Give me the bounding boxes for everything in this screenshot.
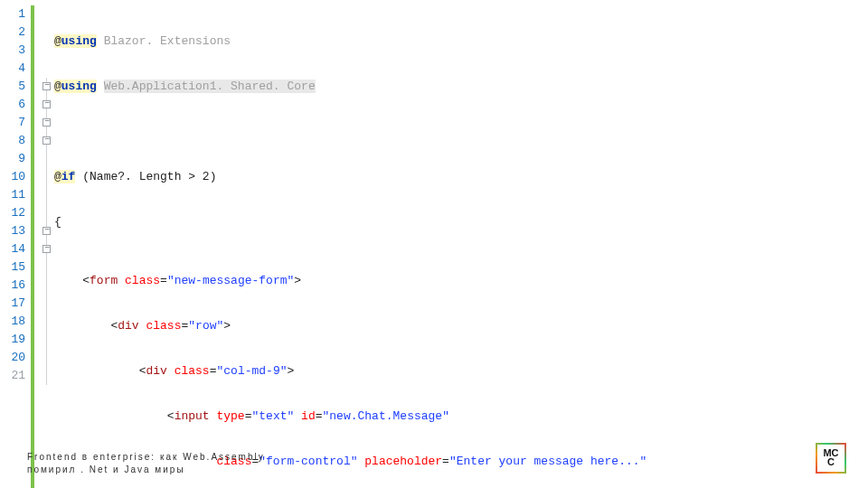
fold-toggle-icon[interactable] — [42, 227, 51, 235]
line-number: 9 — [5, 150, 29, 168]
logo-text-bottom: C — [827, 458, 835, 467]
fold-toggle-icon[interactable] — [42, 100, 51, 108]
slide-footer: Frontend в enterprise: как Web.Assembly … — [27, 451, 265, 475]
line-number: 20 — [5, 349, 29, 367]
line-number: 13 — [5, 222, 29, 240]
line-number: 21 — [5, 367, 29, 385]
line-number: 6 — [5, 96, 29, 114]
line-number: 3 — [5, 42, 29, 60]
line-number: 11 — [5, 186, 29, 204]
line-number: 17 — [5, 295, 29, 313]
line-number: 5 — [5, 78, 29, 96]
fold-gutter — [40, 5, 54, 488]
footer-line: помирил . Net и Java миры — [27, 464, 265, 476]
fold-toggle-icon[interactable] — [42, 118, 51, 127]
code-line: { — [54, 213, 868, 231]
vcs-change-bar — [31, 5, 34, 488]
line-number: 1 — [5, 5, 29, 23]
line-number: 12 — [5, 204, 29, 222]
line-number: 18 — [5, 313, 29, 331]
fold-toggle-icon[interactable] — [42, 82, 51, 90]
line-number: 10 — [5, 168, 29, 186]
code-line: @using Blazor. Extensions — [54, 33, 868, 51]
footer-line: Frontend в enterprise: как Web.Assembly — [27, 451, 265, 464]
line-number: 15 — [5, 258, 29, 277]
code-line: @if (Name?. Length > 2) — [54, 168, 868, 186]
code-line — [54, 123, 868, 141]
line-number: 7 — [5, 114, 29, 132]
fold-toggle-icon[interactable] — [42, 136, 51, 145]
code-line: <form class="new-message-form"> — [54, 272, 868, 290]
code-line: <input type="text" id="new.Chat.Message" — [54, 408, 868, 426]
line-number: 14 — [5, 240, 29, 258]
fold-toggle-icon[interactable] — [42, 245, 51, 253]
line-number: 2 — [5, 23, 29, 42]
code-line: @using Web.Application1. Shared. Core — [54, 78, 868, 96]
line-number: 8 — [5, 132, 29, 150]
code-area[interactable]: @using Blazor. Extensions @using Web.App… — [54, 5, 868, 488]
line-number-gutter: 1 2 3 4 5 6 7 8 9 10 11 12 13 14 15 16 1… — [5, 5, 29, 488]
code-line: <div class="col-md-9"> — [54, 362, 868, 380]
code-line: <div class="row"> — [54, 317, 868, 335]
code-editor: 1 2 3 4 5 6 7 8 9 10 11 12 13 14 15 16 1… — [0, 0, 868, 488]
mcc-logo: MC C — [816, 443, 846, 474]
line-number: 16 — [5, 277, 29, 295]
line-number: 4 — [5, 60, 29, 78]
line-number: 19 — [5, 331, 29, 349]
